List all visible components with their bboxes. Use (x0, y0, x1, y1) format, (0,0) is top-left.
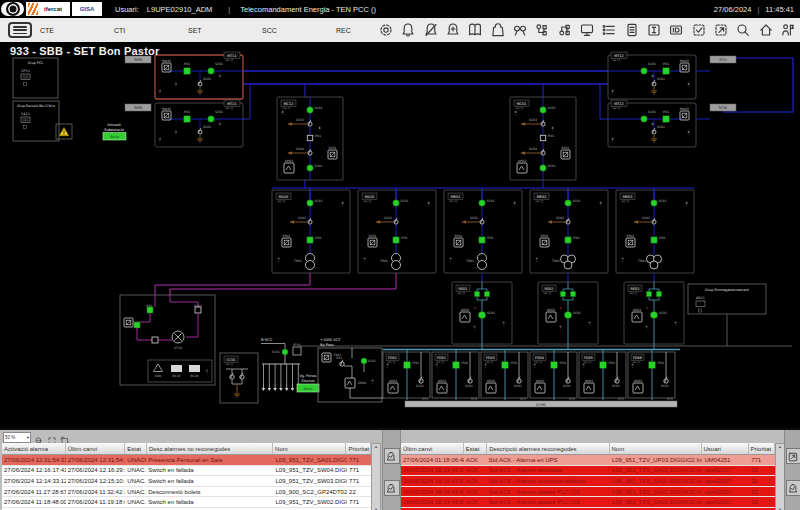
alarm-row[interactable]: 26/06/2024 18:19:43:870ACKStd ACK - Alar… (401, 476, 775, 487)
text-box-icon[interactable] (646, 22, 662, 38)
alarm-row[interactable]: 26/06/2024 18:19:43:870ACKStd ACK - Alar… (401, 487, 775, 498)
rectifier-bay-RE02[interactable]: RE02SC01AM01 (538, 282, 598, 350)
portes-state-button[interactable]: Actiu (297, 384, 319, 392)
alarm-cell: UNAC... (125, 487, 146, 497)
column-header[interactable]: Usuari (702, 443, 749, 454)
acknowledged-alarms-table[interactable]: Últim canviEstatDescripció alarmes recon… (401, 443, 775, 510)
coupler-bay-MC12[interactable]: MC12SC01SC03IF01SC04RP01SC02AM01 (277, 97, 343, 180)
bell-plus-icon[interactable] (445, 22, 461, 38)
fit-table-button[interactable] (60, 432, 70, 442)
line-bay-MT11[interactable]: MW01IF01SC01SC02MT11SMB (125, 52, 243, 99)
group-serveis-box[interactable]: Grup Serveis No CríticsSA10 (13, 101, 59, 141)
check-dashed-icon[interactable] (691, 22, 707, 38)
column-header[interactable]: Últim canvi (401, 443, 464, 454)
group-storage-box[interactable]: Grup EmmagatzemamentAR01 (688, 284, 766, 314)
person-flag-icon[interactable] (780, 22, 796, 38)
transformer-bay-MR02[interactable]: MR02SC01SC02IF01RP01TR01 (530, 190, 608, 273)
transformer-bay-MA10[interactable]: MA10SC01SC02IF01RP01TR01 (272, 190, 350, 273)
menu-item-cti[interactable]: CTI (114, 27, 188, 34)
hamburger-menu-button[interactable] (8, 22, 32, 38)
svg-text:B-VCC: B-VCC (261, 337, 273, 342)
column-header[interactable]: Prioritat (749, 443, 775, 454)
alarm-cell: 27/06/2024 01:18:06:485 (401, 455, 464, 465)
magnifier-icon[interactable] (735, 22, 751, 38)
intrusion-state-button[interactable]: Actiu (103, 133, 126, 141)
svg-text:IF01: IF01 (609, 361, 616, 365)
svg-text:MW01: MW01 (680, 59, 690, 63)
alarm-row[interactable]: 27/06/2024 12:31:54:31127/06/2024 12:31:… (2, 455, 371, 466)
alarm-cell: ACK (464, 487, 487, 497)
acknowledge-selected-button[interactable] (786, 480, 800, 496)
battery-charger-box[interactable]: CC01 (220, 353, 258, 403)
line-bay-MT12[interactable]: MW01IF01SC01SC02MT12SCH (608, 52, 736, 99)
line-bay-MT21[interactable]: MW01IF01SC01SC02MT21SMB (125, 100, 243, 147)
monitor-icon[interactable] (579, 22, 595, 38)
feeder-bay-FD04[interactable]: FD04IF01SC01AM01SF4 (530, 350, 577, 401)
rectifier-bay-RE01[interactable]: RE01SC01AM01 (452, 282, 512, 350)
select-dashed-icon[interactable] (713, 22, 729, 38)
alarm-row[interactable]: 26/06/2024 18:19:43:870ACKStd ACK - Alar… (401, 497, 775, 508)
bell-icon[interactable] (400, 22, 416, 38)
feeder-bay-FD02[interactable]: FD02IF01SC01AM01SF2 (432, 350, 479, 401)
column-header[interactable]: Nom (273, 443, 346, 454)
menu-item-cte[interactable]: CTE (40, 27, 114, 34)
transformer-bay-MA20[interactable]: MA20SC01SC02IF01RP01TR01 (358, 190, 436, 273)
column-header[interactable]: Descripció alarmes reconegudes (487, 443, 609, 454)
svg-text:MR03: MR03 (623, 195, 633, 199)
menu-item-set[interactable]: SET (188, 27, 262, 34)
svg-text:MT11: MT11 (227, 54, 236, 58)
feeder-bay-FD01[interactable]: FD01IF01SC01AM01SF1 (383, 350, 430, 401)
bypass-panel[interactable]: +1000 VCCBy PassFA01IF01SC01GM01 (318, 338, 383, 402)
feeder-bay-FD03[interactable]: FD03IF01SC01AM01SF3 (481, 350, 528, 401)
svg-text:FD02: FD02 (437, 356, 446, 360)
column-header[interactable]: Estat (464, 443, 488, 454)
bag-icon[interactable] (490, 22, 506, 38)
gear-icon[interactable] (378, 22, 394, 38)
alarm-cell: 27/06/2024 12:14:33:121 (2, 476, 66, 486)
zoom-out-button[interactable] (34, 432, 44, 442)
column-header[interactable]: Desc.alarmes no reconegudes (147, 443, 273, 454)
open-alarm-list-button[interactable] (786, 448, 800, 464)
alarm-row[interactable]: 27/06/2024 11:27:28:67827/06/2024 11:32:… (2, 487, 371, 498)
coupler-bay-MC01[interactable]: MC01SC01SC03IF01SC04RP01SC02AM01 (510, 97, 576, 180)
share-alt-icon[interactable] (557, 22, 573, 38)
dc-distribution[interactable]: B-VCCSC01RT01Vg. PortesObertes (261, 337, 317, 391)
alarm-row[interactable]: 27/06/2024 11:18:48:00627/06/2024 11:19:… (2, 497, 371, 508)
tertiary-services-box[interactable]: VT10IF01SC01G06BC10BC20 (120, 295, 215, 385)
left-table-scrollbar[interactable]: ▲▼ (371, 443, 381, 510)
column-header[interactable]: Últim canvi (66, 443, 126, 454)
book-icon[interactable] (467, 22, 483, 38)
menu-item-scc[interactable]: SCC (262, 27, 336, 34)
column-header[interactable]: Estat (125, 443, 147, 454)
list-icon[interactable] (601, 22, 617, 38)
doc-icon[interactable] (624, 22, 640, 38)
svg-text:IF01: IF01 (462, 361, 469, 365)
transformer-bay-MR03[interactable]: MR03SC01SC02IF01RP01TR01 (616, 190, 694, 273)
alarm-row[interactable]: 27/06/2024 12:14:33:12127/06/2024 12:15:… (2, 476, 371, 487)
alarm-row[interactable]: 27/06/2024 01:18:06:485ACKStd ACK - Alar… (401, 455, 775, 466)
rectifier-bay-RE03[interactable]: RE03SC01AM01 (624, 282, 684, 350)
column-header[interactable]: Nom (610, 443, 702, 454)
acknowledge-all-button[interactable] (384, 480, 400, 496)
transformer-bay-MR01[interactable]: MR01SC01SC02IF01RP01TR01 (444, 190, 522, 273)
share-icon[interactable] (534, 22, 550, 38)
alarm-row[interactable]: 27/06/2024 12:16:17:41027/06/2024 12:16:… (2, 466, 371, 477)
page-title: 933 - SBB - SET Bon Pastor (10, 45, 159, 57)
title-separator: | (228, 5, 230, 14)
expand-table-button[interactable] (47, 432, 57, 442)
feeder-bay-FD06[interactable]: FD06IF01SC01AM01SF6 (628, 350, 675, 401)
home-icon[interactable] (758, 22, 774, 38)
id-box-icon[interactable] (668, 22, 684, 38)
group-pcl-box[interactable]: Grup PCLGP10 (13, 58, 58, 98)
unacknowledged-alarms-table[interactable]: Activació alarmaÚltim canviEstatDesc.ala… (2, 443, 371, 510)
alarm-row[interactable]: 26/06/2024 18:19:43:870ACKStd ACK - Alar… (401, 466, 775, 477)
acknowledge-alarms-button[interactable] (384, 448, 400, 464)
feeder-bay-FD05[interactable]: FD05IF01SC01AM01SF5 (579, 350, 626, 401)
line-bay-MT22[interactable]: MW01IF01SC01SC02MT22SCW (608, 100, 736, 147)
bell-slash-icon[interactable] (423, 22, 439, 38)
column-header[interactable]: Prioritat (346, 443, 371, 454)
zoom-select[interactable]: 50 %▾ (3, 432, 31, 443)
ribbon-icon[interactable] (512, 22, 528, 38)
line-tag-SMB: SMB (125, 104, 151, 111)
column-header[interactable]: Activació alarma (2, 443, 66, 454)
